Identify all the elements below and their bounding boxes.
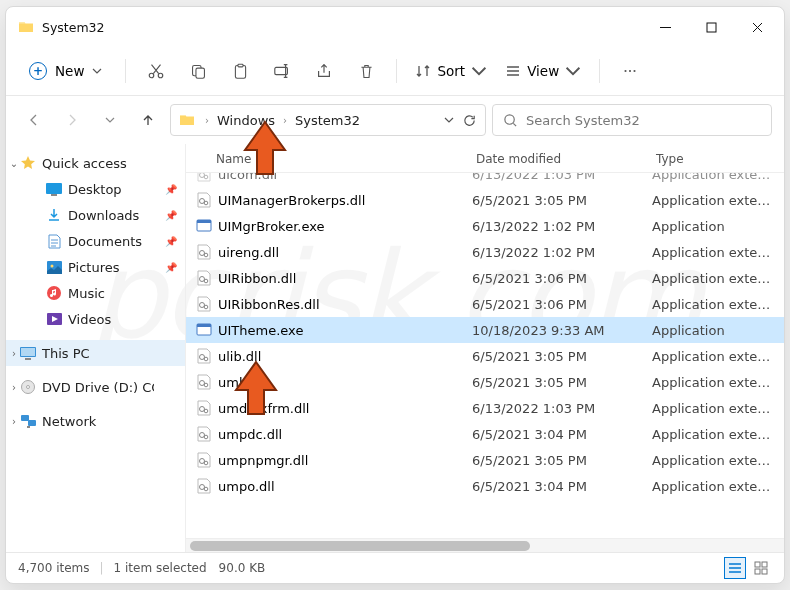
chevron-down-icon	[471, 63, 487, 79]
sidebar-item-quick-access[interactable]: ⌄ Quick access	[6, 150, 185, 176]
sidebar-label: DVD Drive (D:) CCCC	[42, 380, 154, 395]
file-type: Application extension	[652, 297, 774, 312]
maximize-button[interactable]	[688, 11, 734, 43]
svg-rect-20	[25, 358, 31, 360]
svg-rect-13	[51, 194, 57, 196]
file-row[interactable]: ulib.dll6/5/2021 3:05 PMApplication exte…	[186, 343, 784, 369]
horizontal-scrollbar[interactable]	[186, 538, 784, 552]
documents-icon	[46, 233, 62, 249]
column-headers[interactable]: Name Date modified Type	[186, 144, 784, 173]
toolbar: + New Sort View	[6, 47, 784, 96]
file-row[interactable]: umpdc.dll6/5/2021 3:04 PMApplication ext…	[186, 421, 784, 447]
scrollbar-thumb[interactable]	[190, 541, 530, 551]
rename-button[interactable]	[262, 53, 302, 89]
svg-point-11	[505, 114, 514, 123]
file-date: 6/5/2021 3:06 PM	[472, 297, 652, 312]
delete-button[interactable]	[346, 53, 386, 89]
sidebar-item-music[interactable]: Music	[6, 280, 185, 306]
refresh-icon[interactable]	[462, 113, 477, 128]
sidebar-item-videos[interactable]: Videos	[6, 306, 185, 332]
forward-button[interactable]	[56, 104, 88, 136]
breadcrumb-item[interactable]: Windows	[213, 111, 279, 130]
file-row[interactable]: umdmxfrm.dll6/13/2022 1:03 PMApplication…	[186, 395, 784, 421]
sidebar-item-dvd[interactable]: › DVD Drive (D:) CCCC	[6, 374, 185, 400]
column-type[interactable]: Type	[656, 152, 774, 166]
sidebar-item-pictures[interactable]: Pictures 📌	[6, 254, 185, 280]
status-selected: 1 item selected	[114, 561, 207, 575]
file-type: Application extension	[652, 427, 774, 442]
file-type: Application extension	[652, 479, 774, 494]
sidebar-item-downloads[interactable]: Downloads 📌	[6, 202, 185, 228]
file-row[interactable]: UIRibbon.dll6/5/2021 3:06 PMApplication …	[186, 265, 784, 291]
address-bar[interactable]: › Windows › System32	[170, 104, 486, 136]
back-button[interactable]	[18, 104, 50, 136]
divider	[599, 59, 600, 83]
divider	[125, 59, 126, 83]
desktop-icon	[46, 181, 62, 197]
file-row[interactable]: uireng.dll6/13/2022 1:02 PMApplication e…	[186, 239, 784, 265]
paste-button[interactable]	[220, 53, 260, 89]
network-icon	[20, 413, 36, 429]
file-row[interactable]: uicom.dll6/13/2022 1:03 PMApplication ex…	[186, 173, 784, 187]
sidebar-item-network[interactable]: › Network	[6, 408, 185, 434]
sidebar-item-documents[interactable]: Documents 📌	[6, 228, 185, 254]
view-label: View	[527, 63, 559, 79]
file-pane: Name Date modified Type uicom.dll6/13/20…	[186, 144, 784, 552]
file-name: umpnpmgr.dll	[196, 452, 472, 468]
videos-icon	[46, 311, 62, 327]
sort-button[interactable]: Sort	[407, 63, 495, 79]
search-icon	[503, 113, 518, 128]
details-view-icon[interactable]	[724, 557, 746, 579]
share-button[interactable]	[304, 53, 344, 89]
column-name[interactable]: Name	[196, 152, 476, 166]
file-row[interactable]: UIManagerBrokerps.dll6/5/2021 3:05 PMApp…	[186, 187, 784, 213]
sidebar-item-this-pc[interactable]: › This PC	[6, 340, 185, 366]
file-row[interactable]: umpo.dll6/5/2021 3:04 PMApplication exte…	[186, 473, 784, 499]
file-list[interactable]: uicom.dll6/13/2022 1:03 PMApplication ex…	[186, 173, 784, 538]
file-date: 6/13/2022 1:03 PM	[472, 173, 652, 182]
sidebar-item-desktop[interactable]: Desktop 📌	[6, 176, 185, 202]
address-bar-row: › Windows › System32 Search System32	[6, 96, 784, 144]
sidebar-label: Downloads	[68, 208, 139, 223]
column-date[interactable]: Date modified	[476, 152, 656, 166]
minimize-button[interactable]	[642, 11, 688, 43]
title-bar[interactable]: System32	[6, 7, 784, 47]
file-row[interactable]: umpnpmgr.dll6/5/2021 3:05 PMApplication …	[186, 447, 784, 473]
sort-icon	[415, 63, 431, 79]
new-button[interactable]: + New	[16, 55, 115, 87]
thumbnail-view-icon[interactable]	[750, 557, 772, 579]
up-button[interactable]	[132, 104, 164, 136]
cut-button[interactable]	[136, 53, 176, 89]
svg-rect-0	[707, 23, 716, 32]
search-input[interactable]: Search System32	[492, 104, 772, 136]
recent-button[interactable]	[94, 104, 126, 136]
file-name: umpo.dll	[196, 478, 472, 494]
file-row[interactable]: UIMgrBroker.exe6/13/2022 1:02 PMApplicat…	[186, 213, 784, 239]
sort-label: Sort	[437, 63, 465, 79]
view-button[interactable]: View	[497, 63, 589, 79]
breadcrumb-item[interactable]: System32	[291, 111, 364, 130]
file-date: 6/5/2021 3:04 PM	[472, 427, 652, 442]
svg-rect-23	[21, 415, 29, 421]
svg-rect-39	[197, 324, 211, 327]
file-row[interactable]: UIRibbonRes.dll6/5/2021 3:06 PMApplicati…	[186, 291, 784, 317]
copy-button[interactable]	[178, 53, 218, 89]
file-date: 6/5/2021 3:05 PM	[472, 375, 652, 390]
svg-rect-52	[755, 562, 760, 567]
chevron-down-icon	[565, 63, 581, 79]
file-date: 6/13/2022 1:03 PM	[472, 401, 652, 416]
file-type: Application extension	[652, 245, 774, 260]
chevron-down-icon[interactable]	[444, 115, 454, 125]
more-button[interactable]	[610, 53, 650, 89]
sidebar-label: Network	[42, 414, 96, 429]
file-name: UIMgrBroker.exe	[196, 218, 472, 234]
file-type: Application	[652, 323, 774, 338]
svg-rect-31	[197, 220, 211, 223]
file-type: Application extension	[652, 271, 774, 286]
svg-rect-6	[238, 64, 243, 67]
file-name: UITheme.exe	[196, 322, 472, 338]
svg-point-22	[27, 386, 30, 389]
file-row[interactable]: UITheme.exe10/18/2023 9:33 AMApplication	[186, 317, 784, 343]
close-button[interactable]	[734, 11, 780, 43]
file-row[interactable]: umb.dll6/5/2021 3:05 PMApplication exten…	[186, 369, 784, 395]
